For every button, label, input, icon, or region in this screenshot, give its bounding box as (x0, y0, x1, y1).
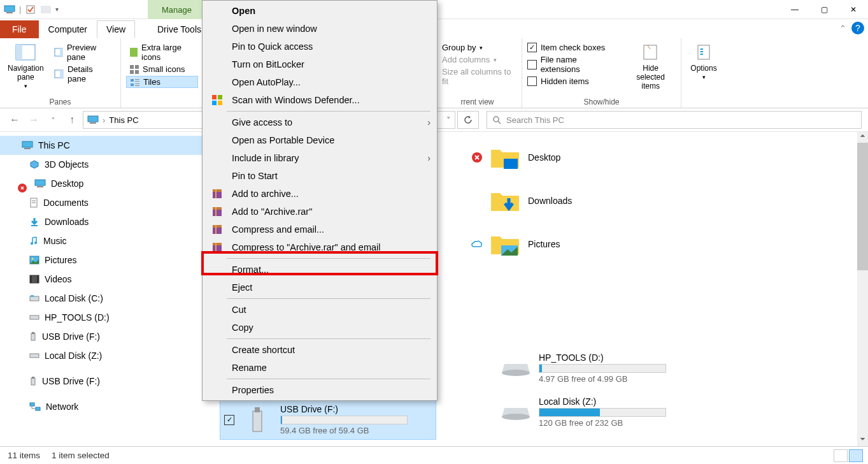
sidebar-item-local-c[interactable]: Local Disk (C:) (0, 289, 210, 308)
sidebar-item-desktop[interactable]: Desktop (0, 174, 210, 193)
maximize-button[interactable]: ▢ (809, 0, 839, 19)
tile-hp-tools[interactable]: HP_TOOLS (D:) 4.97 GB free of 4.99 GB (497, 349, 713, 388)
hide-selected-icon (639, 42, 662, 62)
tab-view[interactable]: View (97, 20, 135, 38)
properties-icon[interactable] (25, 4, 36, 15)
sidebar-item-local-z[interactable]: Local Disk (Z:) (0, 346, 210, 365)
layout-extra-large[interactable]: Extra large icons (126, 42, 198, 62)
svg-rect-20 (135, 85, 139, 86)
sidebar-item-usb-f[interactable]: USB Drive (F:) (0, 327, 210, 346)
cm-autoplay[interactable]: Open AutoPlay... (203, 73, 437, 91)
new-folder-icon[interactable] (40, 4, 52, 15)
cm-format[interactable]: Format... (203, 261, 437, 279)
winrar-icon (209, 188, 225, 199)
svg-rect-17 (135, 81, 139, 82)
sidebar-item-documents[interactable]: Documents (0, 193, 210, 212)
refresh-button[interactable] (457, 111, 479, 129)
item-check-boxes-toggle[interactable]: ✓Item check boxes (527, 42, 616, 53)
details-pane-button[interactable]: Details pane (50, 64, 115, 84)
cm-open[interactable]: Open (203, 2, 437, 20)
help-icon[interactable]: ? (851, 22, 864, 34)
forward-button[interactable]: → (25, 112, 42, 128)
cm-compress-rar-email[interactable]: Compress to "Archive.rar" and email (203, 238, 437, 256)
recent-locations-button[interactable]: ˅ (45, 112, 61, 128)
sidebar-label: Local Disk (Z:) (45, 351, 102, 361)
tab-computer[interactable]: Computer (39, 20, 97, 38)
file-name-extensions-label: File name extensions (541, 55, 617, 74)
cm-eject[interactable]: Eject (203, 279, 437, 296)
sidebar-item-hp-tools[interactable]: HP_TOOLS (D:) (0, 308, 210, 327)
cm-portable-device[interactable]: Open as Portable Device (203, 131, 437, 149)
sidebar: This PC 3D Objects Desktop Documents Dow… (0, 132, 210, 446)
navigation-pane-button[interactable]: Navigation pane ▾ (5, 41, 46, 106)
svg-rect-68 (213, 207, 222, 210)
sidebar-item-this-pc[interactable]: This PC (0, 136, 210, 155)
sidebar-label: Downloads (45, 217, 89, 227)
hidden-items-toggle[interactable]: Hidden items (527, 76, 616, 87)
cloud-icon (471, 240, 482, 248)
tile-info: USB Drive (F:) 59.4 GB free of 59.4 GB (280, 404, 432, 435)
tile-downloads[interactable]: Downloads (471, 188, 572, 214)
manage-tab[interactable]: Manage (148, 0, 206, 19)
minimize-button[interactable]: — (780, 0, 809, 19)
tile-usb-f[interactable]: ✓ USB Drive (F:) 59.4 GB free of 59.4 GB (220, 400, 436, 440)
group-by-button[interactable]: Group by ▾ (438, 42, 516, 53)
hide-selected-items-button[interactable]: Hide selected items (625, 41, 676, 92)
sidebar-item-network[interactable]: Network (0, 397, 210, 416)
cm-rename[interactable]: Rename (203, 359, 437, 377)
cm-copy[interactable]: Copy (203, 319, 437, 337)
options-button[interactable]: Options ▾ (687, 41, 721, 82)
cm-open-new-window[interactable]: Open in new window (203, 20, 437, 38)
cm-properties[interactable]: Properties (203, 381, 437, 399)
tile-desktop[interactable]: Desktop (471, 145, 572, 170)
scrollbar[interactable]: ⏶ ⏷ (857, 132, 868, 446)
preview-pane-button[interactable]: Preview pane (50, 42, 115, 62)
sidebar-item-videos[interactable]: Videos (0, 270, 210, 289)
drive-icon (501, 397, 531, 428)
cm-add-archive[interactable]: Add to archive... (203, 185, 437, 203)
tile-pictures[interactable]: Pictures (471, 231, 572, 257)
add-columns-button[interactable]: Add columns ▾ (438, 54, 516, 65)
size-all-columns-button[interactable]: Size all columns to fit (438, 66, 516, 87)
cm-scan-defender[interactable]: Scan with Windows Defender... (203, 91, 437, 109)
tiles-view-button[interactable] (849, 449, 863, 462)
details-view-button[interactable] (834, 449, 848, 462)
tab-file[interactable]: File (0, 20, 39, 38)
back-button[interactable]: ← (6, 112, 23, 128)
svg-rect-0 (4, 6, 15, 11)
file-name-extensions-toggle[interactable]: File name extensions (527, 54, 616, 75)
chevron-right-icon[interactable]: › (103, 115, 105, 125)
cm-bitlocker[interactable]: Turn on BitLocker (203, 55, 437, 73)
tile-local-z[interactable]: Local Disk (Z:) 120 GB free of 232 GB (497, 393, 713, 431)
sidebar-item-music[interactable]: Music (0, 231, 210, 250)
cm-pin-quick-access[interactable]: Pin to Quick access (203, 38, 437, 55)
cm-add-rar[interactable]: Add to "Archive.rar" (203, 203, 437, 221)
navigation-pane-label: Navigation pane (8, 64, 44, 82)
cm-cut[interactable]: Cut (203, 301, 437, 319)
up-button[interactable]: ↑ (64, 112, 80, 128)
svg-rect-11 (130, 65, 134, 69)
checkbox-checked-icon: ✓ (527, 43, 537, 52)
sidebar-item-downloads[interactable]: Downloads (0, 212, 210, 231)
sidebar-item-pictures[interactable]: Pictures (0, 250, 210, 270)
svg-rect-75 (215, 243, 217, 252)
checkbox-checked-icon[interactable]: ✓ (224, 415, 234, 425)
svg-rect-72 (215, 225, 217, 234)
cm-create-shortcut[interactable]: Create shortcut (203, 341, 437, 359)
cm-give-access[interactable]: Give access to› (203, 113, 437, 131)
cm-include-library[interactable]: Include in library› (203, 149, 437, 167)
svg-rect-43 (30, 296, 39, 301)
layout-small[interactable]: Small icons (126, 64, 198, 75)
sidebar-item-usb-f-2[interactable]: USB Drive (F:) (0, 372, 210, 391)
chevron-down-icon[interactable]: ˅ (446, 115, 451, 125)
svg-rect-52 (36, 407, 40, 410)
sidebar-item-3d-objects[interactable]: 3D Objects (0, 155, 210, 174)
cm-pin-start[interactable]: Pin to Start (203, 167, 437, 185)
close-button[interactable]: ✕ (839, 0, 868, 19)
qat-dropdown-icon[interactable]: ▾ (55, 6, 59, 13)
search-box[interactable]: Search This PC (487, 111, 862, 129)
cm-compress-email[interactable]: Compress and email... (203, 221, 437, 238)
sidebar-label: Network (46, 402, 78, 412)
chevron-up-icon[interactable]: ⌃ (839, 24, 846, 33)
layout-tiles[interactable]: Tiles (126, 76, 198, 88)
